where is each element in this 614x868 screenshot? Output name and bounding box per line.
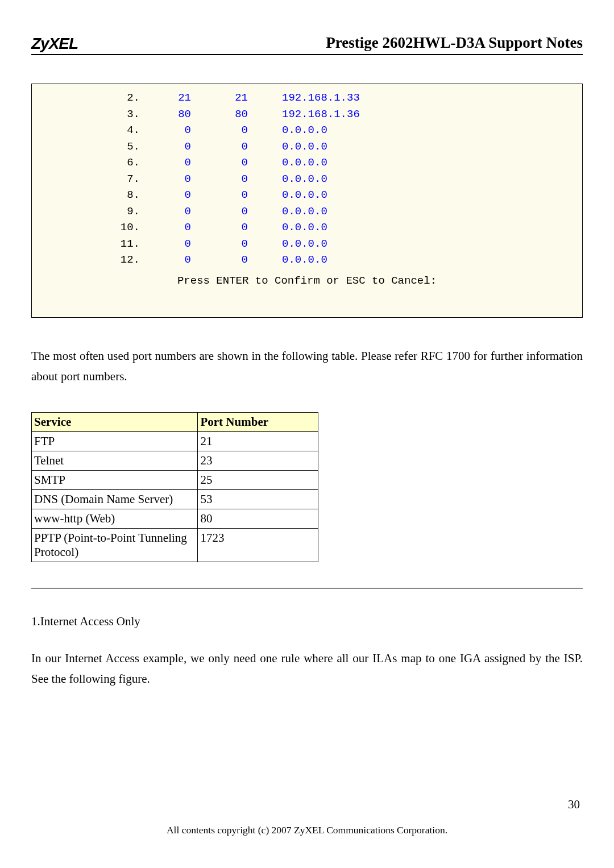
row-index: 4. (43, 122, 140, 139)
terminal-panel: 2.2121192.168.1.33 3.8080192.168.1.36 4.… (31, 84, 583, 318)
row-index: 8. (43, 187, 140, 203)
table-row: 3.8080192.168.1.36 (43, 106, 571, 123)
table-row: 8.000.0.0.0 (43, 187, 571, 203)
port-cell: 25 (198, 471, 318, 490)
start-port: 0 (140, 252, 191, 268)
port-number-table: Service Port Number FTP 21 Telnet 23 SMT… (31, 412, 318, 562)
start-port: 0 (140, 236, 191, 252)
table-row: 9.000.0.0.0 (43, 203, 571, 220)
row-index: 9. (43, 203, 140, 220)
row-index: 7. (43, 171, 140, 188)
row-index: 3. (43, 106, 140, 123)
end-port: 0 (191, 219, 248, 236)
table-row: 6.000.0.0.0 (43, 155, 571, 171)
end-port: 80 (191, 106, 248, 123)
row-index: 6. (43, 155, 140, 171)
page-number: 30 (31, 798, 583, 812)
end-port: 21 (191, 90, 248, 106)
page-header: ZyXEL Prestige 2602HWL-D3A Support Notes (31, 34, 583, 55)
port-cell: 21 (198, 432, 318, 451)
ip-address: 0.0.0.0 (248, 171, 327, 188)
end-port: 0 (191, 155, 248, 171)
terminal-prompt: Press ENTER to Confirm or ESC to Cancel: (43, 273, 571, 289)
row-index: 10. (43, 219, 140, 236)
table-row: 2.2121192.168.1.33 (43, 90, 571, 106)
start-port: 0 (140, 139, 191, 155)
ip-address: 0.0.0.0 (248, 139, 327, 155)
service-cell: DNS (Domain Name Server) (32, 490, 198, 509)
table-row: 10.000.0.0.0 (43, 219, 571, 236)
end-port: 0 (191, 203, 248, 220)
ip-address: 192.168.1.36 (248, 106, 360, 123)
ip-address: 0.0.0.0 (248, 187, 327, 203)
row-index: 12. (43, 252, 140, 268)
ip-address: 0.0.0.0 (248, 155, 327, 171)
service-cell: SMTP (32, 471, 198, 490)
section-body: In our Internet Access example, we only … (31, 649, 583, 689)
end-port: 0 (191, 122, 248, 139)
paragraph: The most often used port numbers are sho… (31, 346, 583, 387)
end-port: 0 (191, 139, 248, 155)
start-port: 0 (140, 171, 191, 188)
service-cell: Telnet (32, 451, 198, 471)
table-row: SMTP 25 (32, 471, 318, 490)
start-port: 80 (140, 106, 191, 123)
ip-address: 0.0.0.0 (248, 122, 327, 139)
start-port: 0 (140, 155, 191, 171)
row-index: 11. (43, 236, 140, 252)
port-cell: 1723 (198, 529, 318, 562)
start-port: 0 (140, 187, 191, 203)
divider (31, 588, 583, 589)
service-cell: PPTP (Point-to-Point Tunneling Protocol) (32, 529, 198, 562)
brand-logo: ZyXEL (31, 35, 78, 53)
section-heading: 1.Internet Access Only (31, 614, 583, 629)
port-cell: 53 (198, 490, 318, 509)
service-cell: FTP (32, 432, 198, 451)
port-cell: 23 (198, 451, 318, 471)
table-row: 5.000.0.0.0 (43, 139, 571, 155)
table-row: PPTP (Point-to-Point Tunneling Protocol)… (32, 529, 318, 562)
row-index: 5. (43, 139, 140, 155)
table-row: FTP 21 (32, 432, 318, 451)
start-port: 0 (140, 219, 191, 236)
table-row: Telnet 23 (32, 451, 318, 471)
end-port: 0 (191, 187, 248, 203)
table-row: 11.000.0.0.0 (43, 236, 571, 252)
service-cell: www-http (Web) (32, 509, 198, 529)
table-row: 4.000.0.0.0 (43, 122, 571, 139)
copyright-notice: All contents copyright (c) 2007 ZyXEL Co… (31, 824, 583, 836)
port-cell: 80 (198, 509, 318, 529)
table-row: 7.000.0.0.0 (43, 171, 571, 188)
column-header-port: Port Number (198, 413, 318, 432)
start-port: 21 (140, 90, 191, 106)
ip-address: 0.0.0.0 (248, 219, 327, 236)
start-port: 0 (140, 203, 191, 220)
row-index: 2. (43, 90, 140, 106)
start-port: 0 (140, 122, 191, 139)
column-header-service: Service (32, 413, 198, 432)
table-row: 12.000.0.0.0 (43, 252, 571, 268)
ip-address: 0.0.0.0 (248, 252, 327, 268)
document-title: Prestige 2602HWL-D3A Support Notes (326, 34, 583, 53)
end-port: 0 (191, 171, 248, 188)
ip-address: 0.0.0.0 (248, 203, 327, 220)
document-page: ZyXEL Prestige 2602HWL-D3A Support Notes… (0, 0, 614, 853)
ip-address: 0.0.0.0 (248, 236, 327, 252)
table-row: www-http (Web) 80 (32, 509, 318, 529)
end-port: 0 (191, 236, 248, 252)
table-row: DNS (Domain Name Server) 53 (32, 490, 318, 509)
ip-address: 192.168.1.33 (248, 90, 360, 106)
end-port: 0 (191, 252, 248, 268)
